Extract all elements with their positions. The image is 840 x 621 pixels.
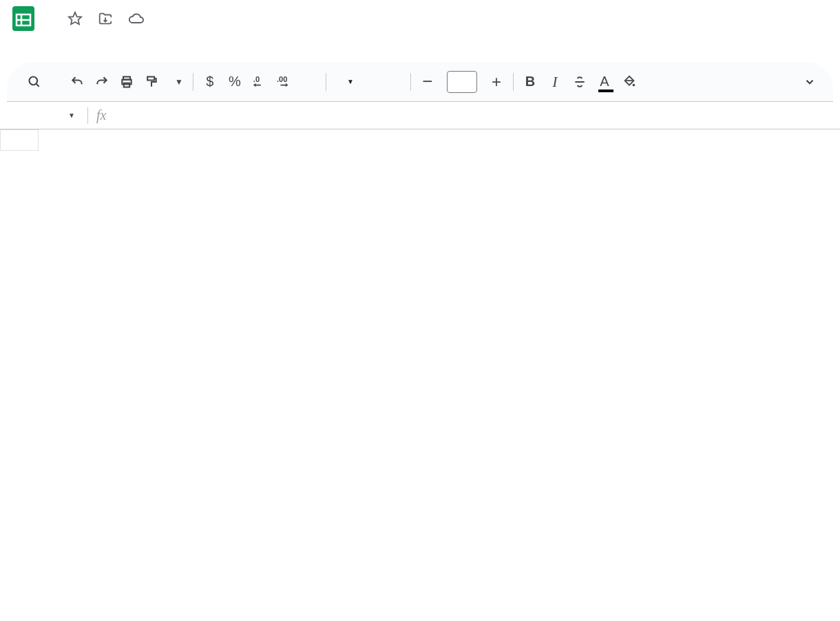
chevron-down-icon: ▼	[68, 112, 75, 119]
separator	[513, 73, 514, 91]
svg-marker-4	[69, 12, 81, 24]
font-family-select[interactable]: ▼	[330, 78, 406, 85]
italic-button[interactable]: I	[543, 70, 567, 94]
print-button[interactable]	[114, 70, 139, 94]
menu-format[interactable]	[124, 42, 138, 48]
menu-edit[interactable]	[74, 42, 88, 48]
svg-point-13	[632, 83, 635, 86]
undo-button[interactable]	[65, 70, 90, 94]
menu-help[interactable]	[190, 42, 204, 48]
svg-text:.00: .00	[277, 75, 287, 83]
formula-bar: ▼ fx	[0, 102, 840, 129]
svg-text:.0: .0	[253, 75, 260, 83]
separator	[193, 73, 193, 91]
chevron-down-icon: ▼	[347, 78, 354, 85]
decrease-decimal-button[interactable]: .0	[247, 70, 272, 94]
toolbar: ▼ $ % .0 .00 ▼ − + B I A	[7, 62, 833, 102]
zoom-select[interactable]: ▼	[164, 77, 189, 87]
move-icon[interactable]	[98, 11, 113, 26]
separator	[87, 107, 88, 124]
name-box[interactable]: ▼	[10, 112, 79, 119]
menu-tools[interactable]	[157, 42, 171, 48]
paint-format-button[interactable]	[139, 70, 164, 94]
percent-format-button[interactable]: %	[222, 70, 247, 94]
toolbar-more-button[interactable]	[797, 70, 822, 94]
menu-data[interactable]	[140, 42, 154, 48]
increase-decimal-button[interactable]: .00	[272, 70, 297, 94]
separator	[410, 73, 411, 91]
separator	[326, 73, 326, 91]
select-all-corner[interactable]	[1, 130, 39, 151]
redo-button[interactable]	[90, 70, 114, 94]
star-icon[interactable]	[67, 11, 83, 26]
increase-font-size-button[interactable]: +	[484, 70, 509, 94]
menu-view[interactable]	[91, 42, 105, 48]
menu-accessibility[interactable]	[207, 42, 220, 48]
search-icon	[28, 75, 41, 89]
menu-file[interactable]	[58, 42, 72, 48]
title-bar	[0, 0, 840, 32]
decrease-font-size-button[interactable]: −	[415, 70, 440, 94]
menu-bar	[0, 32, 840, 58]
svg-rect-9	[124, 83, 129, 87]
fill-color-button[interactable]	[617, 70, 642, 94]
spreadsheet-grid[interactable]	[0, 129, 840, 151]
fx-icon: fx	[96, 107, 106, 123]
cloud-saved-icon[interactable]	[128, 10, 145, 27]
sheets-logo-icon[interactable]	[8, 3, 39, 34]
chevron-down-icon: ▼	[175, 77, 183, 87]
svg-line-6	[36, 83, 39, 86]
more-formats-button[interactable]	[297, 70, 322, 94]
text-color-button[interactable]: A	[592, 70, 617, 94]
svg-rect-10	[147, 76, 154, 80]
currency-format-button[interactable]: $	[198, 70, 222, 94]
menu-insert[interactable]	[107, 42, 121, 48]
menu-extensions[interactable]	[174, 42, 187, 48]
strikethrough-button[interactable]	[567, 70, 592, 94]
search-menus[interactable]	[18, 71, 58, 93]
font-size-input[interactable]	[447, 71, 477, 93]
svg-point-5	[30, 76, 38, 85]
bold-button[interactable]: B	[518, 70, 543, 94]
